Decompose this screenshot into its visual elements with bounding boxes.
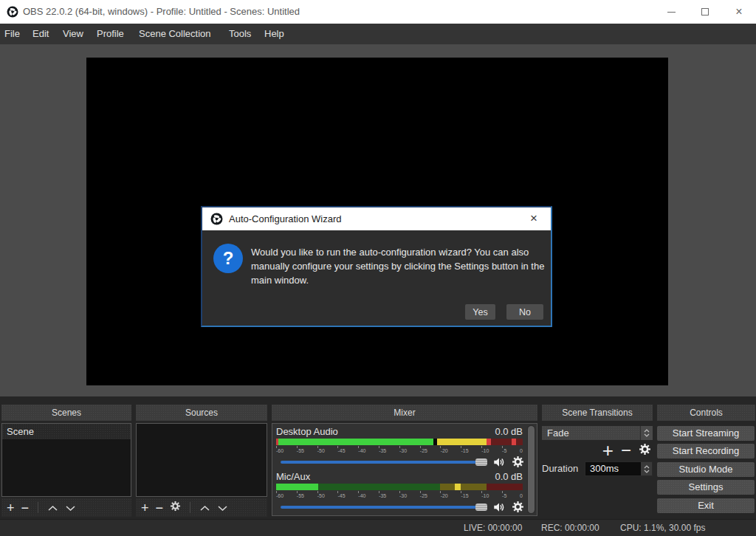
- meter-segment: [461, 484, 487, 490]
- add-scene-button[interactable]: +: [7, 500, 15, 516]
- status-bar: LIVE: 00:00:00 REC: 00:00:00 CPU: 1.1%, …: [0, 519, 756, 536]
- meter-segment: [487, 484, 523, 490]
- meter-segment: [455, 484, 461, 490]
- meter-segment: [278, 439, 433, 445]
- meter-tick-label: -55: [297, 448, 304, 453]
- duration-value: 300ms: [590, 463, 619, 474]
- meter-tick-label: -50: [317, 493, 325, 498]
- meter-tick-label: -40: [358, 493, 365, 498]
- meter-segment: [276, 484, 318, 490]
- yes-button[interactable]: Yes: [465, 304, 495, 320]
- meter-tick-label: 0: [520, 448, 523, 453]
- maximize-icon: [701, 8, 709, 16]
- menu-view[interactable]: View: [63, 24, 83, 44]
- remove-source-button[interactable]: −: [156, 500, 164, 516]
- add-source-button[interactable]: +: [141, 500, 149, 516]
- mixer-panel: Desktop Audio 0.0 dB -60-55-50-45-40-35-…: [272, 423, 537, 516]
- mixer-channel-desktop-audio: Desktop Audio 0.0 dB -60-55-50-45-40-35-…: [276, 426, 523, 469]
- meter-segment: [437, 439, 486, 445]
- sources-list[interactable]: [136, 423, 267, 497]
- meter-tick-label: -20: [441, 493, 448, 498]
- channel-settings-gear-icon[interactable]: [512, 501, 525, 514]
- menu-bar: File Edit View Profile Scene Collection …: [0, 24, 756, 44]
- mute-speaker-icon[interactable]: [492, 456, 506, 469]
- remove-transition-button[interactable]: −: [621, 442, 631, 458]
- mute-speaker-icon[interactable]: [492, 501, 506, 514]
- mixer-scrollbar[interactable]: [527, 425, 535, 514]
- volume-slider-handle[interactable]: [475, 458, 487, 466]
- move-scene-up-button[interactable]: [47, 501, 58, 515]
- transition-select-spinner[interactable]: [640, 426, 653, 440]
- meter-tick-label: -45: [337, 448, 345, 453]
- meter-tick-label: -25: [420, 448, 427, 453]
- duration-input[interactable]: 300ms: [585, 461, 653, 476]
- toolbar-divider: [190, 502, 190, 513]
- menu-profile[interactable]: Profile: [97, 24, 124, 44]
- menu-edit[interactable]: Edit: [32, 24, 49, 44]
- meter-tick-label: -5: [502, 493, 506, 498]
- volume-slider[interactable]: [281, 461, 487, 464]
- meter-segment: [440, 484, 455, 490]
- minimize-button[interactable]: [654, 0, 688, 24]
- obs-logo-icon: [7, 6, 18, 18]
- menu-tools[interactable]: Tools: [229, 24, 251, 44]
- dialog-title: Auto-Configuration Wizard: [229, 207, 341, 230]
- toolbar-divider: [38, 502, 38, 513]
- sources-toolbar: + −: [136, 498, 267, 517]
- menu-scene-collection[interactable]: Scene Collection: [139, 24, 211, 44]
- mixer-channel-mic-aux: Mic/Aux 0.0 dB -60-55-50-45-40-35-30-25-…: [276, 471, 523, 514]
- remove-scene-button[interactable]: −: [21, 500, 30, 516]
- dialog-message: Would you like to run the auto-configura…: [251, 245, 551, 287]
- source-properties-gear-icon[interactable]: [170, 501, 181, 515]
- dialog-close-button[interactable]: ×: [523, 207, 545, 230]
- move-source-up-button[interactable]: [199, 501, 210, 515]
- meter-tick-label: -15: [461, 493, 468, 498]
- meter-tick-label: -60: [276, 493, 284, 498]
- sources-panel-header[interactable]: Sources: [136, 405, 267, 421]
- move-scene-down-button[interactable]: [65, 501, 76, 515]
- settings-button[interactable]: Settings: [657, 480, 755, 495]
- transition-select[interactable]: Fade: [542, 426, 653, 440]
- mixer-panel-header[interactable]: Mixer: [272, 405, 537, 421]
- meter-tick-label: -5: [502, 448, 506, 453]
- start-streaming-button[interactable]: Start Streaming: [657, 426, 755, 441]
- channel-settings-gear-icon[interactable]: [512, 456, 525, 469]
- maximize-button[interactable]: [688, 0, 722, 24]
- meter-tick-label: -60: [276, 448, 284, 453]
- volume-meter: [276, 484, 523, 490]
- volume-slider-handle[interactable]: [475, 504, 487, 511]
- scenes-panel-header[interactable]: Scenes: [1, 405, 131, 421]
- scene-list-item[interactable]: Scene: [2, 424, 131, 439]
- window-title: OBS 22.0.2 (64-bit, windows) - Profile: …: [23, 0, 300, 24]
- auto-config-dialog: Auto-Configuration Wizard × ? Would you …: [201, 206, 552, 327]
- transition-toolbar: + −: [542, 441, 653, 460]
- transitions-panel-header[interactable]: Scene Transitions: [542, 405, 653, 421]
- meter-tick-label: -55: [297, 493, 304, 498]
- exit-button[interactable]: Exit: [657, 498, 755, 513]
- meter-tick-label: -15: [461, 448, 468, 453]
- mixer-scrollbar-thumb[interactable]: [528, 426, 535, 513]
- studio-mode-button[interactable]: Studio Mode: [657, 462, 755, 477]
- start-recording-button[interactable]: Start Recording: [657, 444, 755, 458]
- volume-slider-row: [276, 456, 523, 468]
- meter-tick-label: -20: [441, 448, 448, 453]
- channel-name: Desktop Audio: [276, 426, 338, 437]
- menu-file[interactable]: File: [4, 24, 20, 44]
- volume-slider[interactable]: [281, 506, 487, 509]
- meter-tick-label: -35: [379, 493, 386, 498]
- duration-spinner[interactable]: [641, 462, 652, 475]
- controls-panel-header[interactable]: Controls: [657, 405, 755, 421]
- scenes-list[interactable]: Scene: [1, 423, 131, 497]
- move-source-down-button[interactable]: [217, 501, 228, 515]
- volume-slider-row: [276, 501, 523, 513]
- transition-properties-gear-icon[interactable]: [639, 443, 651, 458]
- no-button[interactable]: No: [506, 304, 543, 320]
- add-transition-button[interactable]: +: [602, 441, 614, 459]
- meter-tick-label: -35: [379, 448, 386, 453]
- close-button[interactable]: ×: [722, 0, 756, 24]
- meter-tick-label: -30: [399, 493, 407, 498]
- meter-scale: -60-55-50-45-40-35-30-25-20-15-10-50: [276, 493, 523, 498]
- minimize-icon: [667, 12, 676, 13]
- transition-selected-value: Fade: [547, 427, 569, 439]
- menu-help[interactable]: Help: [264, 24, 284, 44]
